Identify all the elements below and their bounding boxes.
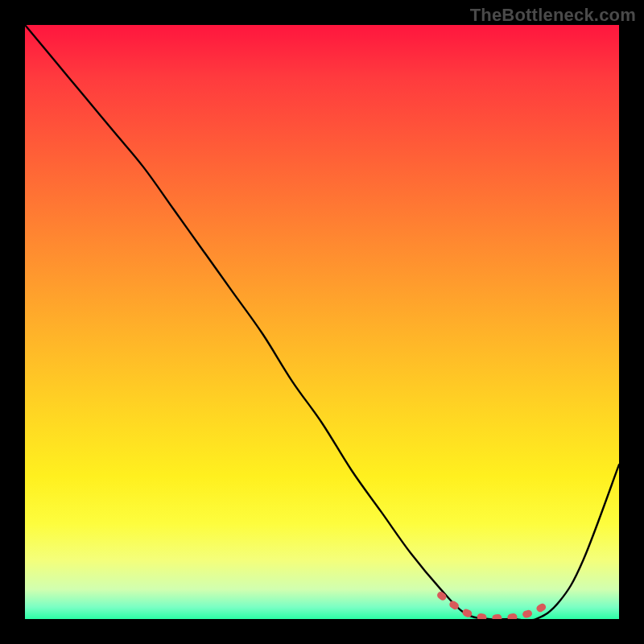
main-curve	[25, 25, 619, 619]
chart-frame: TheBottleneck.com	[0, 0, 644, 644]
watermark-text: TheBottleneck.com	[470, 5, 636, 26]
highlight-curve	[441, 595, 548, 617]
plot-area	[25, 25, 619, 619]
curve-svg	[25, 25, 619, 619]
